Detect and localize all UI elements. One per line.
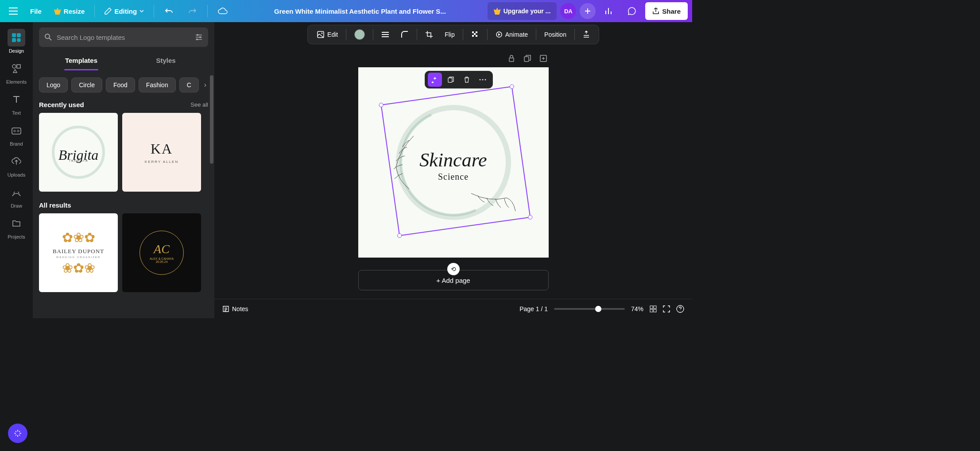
add-page-button[interactable]	[538, 53, 549, 64]
chip-fashion[interactable]: Fashion	[139, 77, 176, 93]
rail-item-design[interactable]: Design	[2, 27, 31, 56]
tab-styles[interactable]: Styles	[124, 52, 208, 70]
position-button[interactable]: Position	[539, 27, 572, 42]
editing-mode-button[interactable]: Editing	[100, 2, 148, 20]
svg-rect-6	[12, 128, 21, 134]
rail-label: Projects	[8, 234, 25, 239]
chip-logo[interactable]: Logo	[39, 77, 68, 93]
crop-button[interactable]	[420, 27, 438, 42]
thumb-text: BAILEY DUPONT	[53, 248, 104, 255]
rail-item-text[interactable]: Text	[2, 89, 31, 118]
separator	[207, 5, 208, 17]
layers-icon	[583, 30, 590, 39]
share-button[interactable]: Share	[645, 2, 688, 20]
redo-button[interactable]	[182, 2, 202, 20]
template-thumb[interactable]: AC ALEX & CAHAYA 20.05.24	[122, 213, 201, 292]
chip-more[interactable]: C	[179, 77, 199, 93]
duplicate-icon	[447, 76, 454, 83]
zoom-slider-thumb[interactable]	[595, 306, 601, 312]
canvas-page[interactable]: Skincare Science ⟲	[358, 67, 549, 258]
chips-next-button[interactable]: ›	[202, 77, 208, 93]
upgrade-button[interactable]: Upgrade your ...	[488, 2, 557, 20]
svg-point-11	[199, 36, 201, 38]
undo-button[interactable]	[159, 2, 179, 20]
help-button[interactable]	[676, 305, 684, 313]
pencil-icon	[105, 8, 112, 15]
rail-item-elements[interactable]: Elements	[2, 58, 31, 87]
animate-button[interactable]: Animate	[490, 27, 533, 42]
rotate-handle[interactable]: ⟲	[447, 263, 460, 275]
svg-rect-18	[472, 35, 474, 37]
magic-button[interactable]	[428, 73, 442, 87]
resize-handle[interactable]	[379, 103, 383, 108]
rail-item-uploads[interactable]: Uploads	[2, 150, 31, 180]
thumb-subtext: WEDDING ORGANIZER	[53, 256, 104, 258]
upload-icon	[12, 157, 21, 166]
color-button[interactable]	[349, 27, 370, 42]
panel-scrollbar[interactable]	[210, 75, 213, 164]
resize-handle[interactable]	[397, 233, 402, 238]
design-icon	[12, 33, 21, 42]
page-indicator[interactable]: Page 1 / 1	[519, 305, 548, 312]
fullscreen-button[interactable]	[663, 305, 670, 312]
hamburger-menu-button[interactable]	[4, 2, 22, 20]
search-input[interactable]	[57, 34, 190, 41]
rail-label: Elements	[6, 79, 27, 85]
rail-item-projects[interactable]: Projects	[2, 212, 31, 242]
top-bar: File Resize Editing Green White Minimali…	[0, 0, 692, 22]
edit-label: Edit	[327, 31, 338, 38]
svg-point-10	[197, 34, 198, 36]
zoom-slider[interactable]	[554, 308, 625, 310]
chevron-down-icon	[139, 10, 144, 12]
corner-icon	[401, 31, 409, 39]
duplicate-button[interactable]	[444, 73, 458, 87]
filter-chips: Logo Circle Food Fashion C ›	[33, 71, 214, 99]
thumb-subtext: Tasmara	[52, 158, 105, 162]
template-thumb[interactable]: KA KERRY ALLEN	[122, 113, 201, 192]
add-member-button[interactable]	[580, 3, 596, 19]
chip-circle[interactable]: Circle	[71, 77, 102, 93]
rail-item-brand[interactable]: Brand	[2, 119, 31, 149]
more-button[interactable]	[476, 73, 490, 87]
sliders-icon[interactable]	[195, 33, 203, 41]
cloud-sync-button[interactable]	[213, 2, 232, 20]
duplicate-page-button[interactable]	[522, 53, 533, 64]
crown-icon	[494, 8, 501, 15]
resize-handle[interactable]	[509, 84, 514, 89]
notes-label: Notes	[232, 305, 248, 312]
svg-rect-2	[12, 38, 16, 42]
flip-button[interactable]: Flip	[439, 27, 460, 42]
see-all-link[interactable]: See all	[190, 101, 208, 108]
resize-button[interactable]: Resize	[50, 2, 89, 20]
svg-rect-30	[650, 309, 653, 312]
template-thumb[interactable]: Brigita Tasmara	[39, 113, 118, 192]
user-avatar[interactable]: DA	[560, 3, 576, 19]
rail-label: Uploads	[8, 172, 25, 177]
corner-button[interactable]	[395, 27, 414, 42]
svg-rect-15	[472, 31, 474, 33]
lock-icon	[508, 54, 515, 62]
rail-item-draw[interactable]: Draw	[2, 181, 31, 211]
more-options-button[interactable]	[577, 27, 595, 42]
template-thumb[interactable]: ✿❀✿ BAILEY DUPONT WEDDING ORGANIZER ❀✿❀	[39, 213, 118, 292]
comment-button[interactable]	[622, 2, 642, 20]
line-style-button[interactable]	[376, 27, 395, 42]
insights-button[interactable]	[599, 2, 619, 20]
edit-button[interactable]: Edit	[311, 27, 343, 42]
chip-food[interactable]: Food	[106, 77, 135, 93]
grid-view-button[interactable]	[650, 305, 657, 312]
tab-templates[interactable]: Templates	[39, 52, 124, 70]
notes-button[interactable]: Notes	[222, 305, 248, 312]
zoom-percent[interactable]: 74%	[631, 305, 643, 312]
resize-handle[interactable]	[527, 215, 532, 220]
crop-icon	[425, 31, 433, 39]
file-button[interactable]: File	[26, 2, 46, 20]
transparency-button[interactable]	[466, 27, 484, 42]
lock-button[interactable]	[506, 53, 517, 64]
document-title[interactable]: Green White Minimalist Aesthetic Plant a…	[236, 8, 484, 15]
svg-rect-17	[474, 33, 476, 35]
search-box[interactable]	[39, 27, 208, 47]
delete-button[interactable]	[460, 73, 474, 87]
elements-icon	[12, 64, 21, 73]
hamburger-icon	[9, 8, 18, 15]
